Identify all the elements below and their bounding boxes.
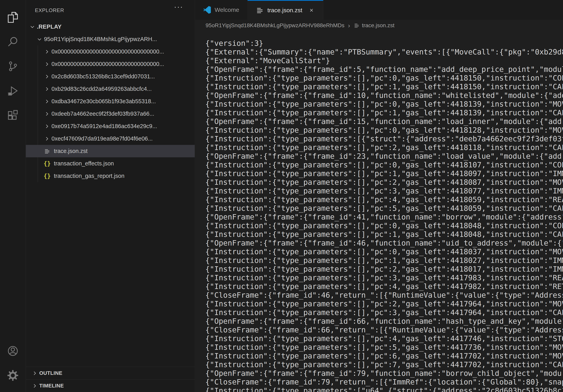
activity-extensions-button[interactable] (0, 103, 26, 128)
code-line[interactable]: {"OpenFrame":{"frame":{"frame_id":10,"fu… (205, 91, 563, 100)
code-line[interactable]: {"Instruction":{"type_parameters":[],"pc… (205, 256, 563, 265)
code-line[interactable]: {"Instruction":{"type_parameters":[],"pc… (205, 74, 563, 82)
vscode-window: EXPLORER ··· .REPLAY95oR1YipjSnqd18K4BMs… (0, 0, 563, 392)
activity-settings-button[interactable] (0, 363, 26, 388)
tree-item-label: .REPLAY (37, 24, 62, 30)
tree-item-label: 95oR1YipjSnqd18K4BMshkLgPijypwzARH... (44, 36, 157, 42)
tree-item[interactable]: 0xdeeb7a4662eec9f2f3def03fb937a66... (26, 108, 195, 120)
code-line[interactable]: {"Instruction":{"type_parameters":[],"pc… (205, 334, 563, 343)
tree-item[interactable]: 0x00000000000000000000000000000000... (26, 45, 195, 58)
activity-run-debug-button[interactable] (0, 78, 26, 103)
code-line[interactable]: {"External":{"Summary":{"name":"PTBSumma… (205, 48, 563, 56)
code-line[interactable]: {"Instruction":{"type_parameters":[],"pc… (205, 126, 563, 134)
code-line[interactable]: {"Instruction":{"type_parameters":[],"pc… (205, 178, 563, 186)
code-line[interactable]: {"Instruction":{"type_parameters":[],"pc… (205, 343, 563, 352)
section-label: TIMELINE (39, 383, 64, 389)
breadcrumb-file[interactable]: trace.json.zst (362, 22, 395, 29)
code-line[interactable]: {"CloseFrame":{"frame_id":46,"return_":[… (205, 291, 563, 300)
code-line[interactable]: {"External":"MoveCallStart"} (205, 56, 563, 65)
code-line[interactable]: {"CloseFrame":{"frame_id":79,"return_":[… (205, 378, 563, 386)
activity-source-control-button[interactable] (0, 54, 26, 78)
tree-item[interactable]: trace.json.zst (26, 145, 195, 157)
tree-item-label: 0x00000000000000000000000000000000... (51, 61, 164, 67)
sidebar-header: EXPLORER ··· (26, 0, 195, 21)
chevron-right-icon (44, 123, 50, 130)
tab-trace-json-zst[interactable]: trace.json.zst (248, 0, 323, 20)
more-actions-icon[interactable]: ··· (174, 3, 183, 11)
code-line[interactable]: {"Instruction":{"type_parameters":[],"pc… (205, 265, 563, 273)
code-line[interactable]: {"OpenFrame":{"frame":{"frame_id":41,"fu… (205, 213, 563, 221)
tree-item-label: 0xdeeb7a4662eec9f2f3def03fb937a66... (51, 111, 154, 117)
chevron-right-icon (44, 135, 50, 142)
debug-icon (7, 85, 19, 97)
sidebar-title: EXPLORER (35, 7, 64, 13)
activity-search-button[interactable] (0, 30, 26, 54)
code-line[interactable]: {"OpenFrame":{"frame":{"frame_id":15,"fu… (205, 117, 563, 126)
code-line[interactable]: {"Instruction":{"type_parameters":["u64"… (205, 386, 563, 392)
editor-content[interactable]: {"version":3}{"External":{"Summary":{"na… (195, 31, 563, 392)
code-line[interactable]: {"Instruction":{"type_parameters":[],"pc… (205, 204, 563, 213)
json-braces-icon: {} (44, 172, 51, 180)
code-line[interactable]: {"Instruction":{"type_parameters":[],"pc… (205, 108, 563, 117)
chevron-right-icon (44, 86, 50, 92)
editor-group: Welcometrace.json.zst 95oR1YipjSnqd18K4B… (195, 0, 563, 392)
tree-item[interactable]: {}transaction_effects.json (26, 157, 195, 170)
section-outline[interactable]: OUTLINE (26, 367, 195, 379)
code-line[interactable]: {"Instruction":{"type_parameters":[],"pc… (205, 282, 563, 291)
code-line[interactable]: {"Instruction":{"type_parameters":[],"pc… (205, 360, 563, 369)
tab-bar: Welcometrace.json.zst (195, 0, 563, 20)
code-line[interactable]: {"Instruction":{"type_parameters":[],"pc… (205, 100, 563, 108)
tree-item[interactable]: 0xecf47609d7da919ea98e7fd04f6e06... (26, 132, 195, 145)
code-line[interactable]: {"Instruction":{"type_parameters":[],"pc… (205, 143, 563, 152)
tree-item-label: 0xdba34672e30cb065b1f93e3ab55318... (51, 98, 156, 105)
tree-item[interactable]: {}transaction_gas_report.json (26, 170, 195, 182)
chevron-down-icon (36, 36, 43, 43)
code-line[interactable]: {"OpenFrame":{"frame":{"frame_id":66,"fu… (205, 317, 563, 326)
tab-welcome[interactable]: Welcome (195, 0, 248, 20)
code-line[interactable]: {"Instruction":{"type_parameters":[],"pc… (205, 308, 563, 317)
code-line[interactable]: {"OpenFrame":{"frame":{"frame_id":79,"fu… (205, 369, 563, 378)
code-line[interactable]: {"Instruction":{"type_parameters":[],"pc… (205, 195, 563, 204)
file-tree: .REPLAY95oR1YipjSnqd18K4BMshkLgPijypwzAR… (26, 21, 195, 182)
tree-item-label: transaction_gas_report.json (54, 173, 125, 179)
tree-item[interactable]: 0xe0917b74a5912e4ad186ac634e29c9... (26, 120, 195, 132)
tree-item-label: trace.json.zst (54, 148, 88, 154)
breadcrumb-folder[interactable]: 95oR1YipjSnqd18K4BMshkLgPijypwzARHV988eR… (205, 22, 345, 29)
code-line[interactable]: {"Instruction":{"type_parameters":[],"pc… (205, 169, 563, 178)
code-line[interactable]: {"OpenFrame":{"frame":{"frame_id":46,"fu… (205, 239, 563, 247)
activity-bar-bottom (0, 339, 26, 392)
code-line[interactable]: {"Instruction":{"type_parameters":[],"pc… (205, 221, 563, 230)
code-line[interactable]: {"Instruction":{"type_parameters":[],"pc… (205, 160, 563, 169)
code-line[interactable]: {"Instruction":{"type_parameters":[],"pc… (205, 186, 563, 195)
code-line[interactable]: {"version":3} (205, 39, 563, 48)
code-line[interactable]: {"OpenFrame":{"frame":{"frame_id":5,"fun… (205, 65, 563, 74)
activity-accounts-button[interactable] (0, 339, 26, 363)
tree-item[interactable]: .REPLAY (26, 21, 195, 33)
code-line[interactable]: {"Instruction":{"type_parameters":[],"pc… (205, 82, 563, 91)
code-line[interactable]: {"Instruction":{"type_parameters":[],"pc… (205, 247, 563, 256)
tree-item[interactable]: 0x2c8d603bc51326b8c13cef9dd07031... (26, 70, 195, 83)
chevron-right-icon (31, 370, 38, 377)
activity-explorer-button[interactable] (0, 5, 26, 30)
activity-bar-top (0, 0, 26, 128)
code-line[interactable]: {"Instruction":{"type_parameters":[{"str… (205, 134, 563, 143)
code-line[interactable]: {"Instruction":{"type_parameters":[],"pc… (205, 352, 563, 360)
json-braces-icon: {} (44, 160, 51, 167)
chevron-right-icon (44, 48, 50, 55)
sidebar-sections: OUTLINETIMELINE (26, 367, 195, 392)
code-line[interactable]: {"Instruction":{"type_parameters":[],"pc… (205, 300, 563, 308)
search-icon (7, 36, 19, 48)
tree-item[interactable]: 0xb29d83c26cdd2a64959263abbcfc4... (26, 83, 195, 95)
code-line[interactable]: {"Instruction":{"type_parameters":[],"pc… (205, 230, 563, 239)
tree-item[interactable]: 0x00000000000000000000000000000000... (26, 58, 195, 70)
code-line[interactable]: {"CloseFrame":{"frame_id":66,"return_":[… (205, 326, 563, 334)
tab-label: Welcome (215, 7, 239, 13)
tree-item-label: 0xb29d83c26cdd2a64959263abbcfc4... (51, 86, 152, 92)
code-line[interactable]: {"OpenFrame":{"frame":{"frame_id":23,"fu… (205, 152, 563, 160)
tree-item[interactable]: 0xdba34672e30cb065b1f93e3ab55318... (26, 95, 195, 108)
tree-item-label: 0x00000000000000000000000000000000... (51, 48, 164, 55)
section-timeline[interactable]: TIMELINE (26, 379, 195, 392)
code-line[interactable]: {"Instruction":{"type_parameters":[],"pc… (205, 273, 563, 282)
close-icon[interactable] (308, 7, 315, 14)
tree-item[interactable]: 95oR1YipjSnqd18K4BMshkLgPijypwzARH... (26, 33, 195, 45)
